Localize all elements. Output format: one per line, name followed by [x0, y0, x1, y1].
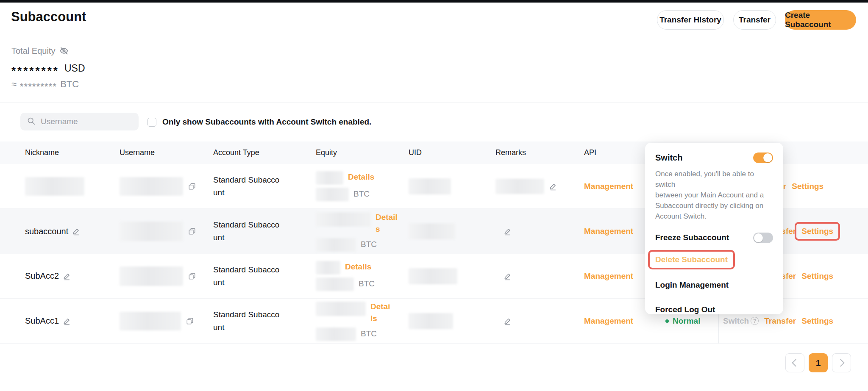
equity-cell: Details BTC [316, 211, 409, 252]
account-type-cell: Standard Subaccount [213, 263, 316, 289]
edit-icon[interactable] [549, 182, 557, 191]
equity-details-link[interactable]: Details [345, 261, 371, 273]
edit-icon[interactable] [504, 227, 512, 236]
masked-btc-value: ********* [20, 81, 57, 92]
redacted-uid [409, 268, 457, 284]
nickname-value: subaccount [25, 227, 68, 236]
username-cell [120, 312, 213, 330]
copy-icon[interactable] [186, 317, 194, 325]
switch-description: Once enabled, you'll be able to switch b… [655, 169, 773, 222]
remarks-cell [495, 227, 584, 236]
switch-link-label: Switch [723, 316, 749, 326]
settings-link[interactable]: Settings [801, 316, 833, 326]
settings-popup: Switch Once enabled, you'll be able to s… [645, 143, 783, 314]
nickname-value: SubAcc1 [25, 316, 59, 326]
switch-filter: Only show Subaccounts with Account Switc… [147, 117, 371, 127]
btc-unit-label: BTC [359, 277, 375, 290]
question-circle-icon[interactable] [751, 317, 759, 325]
col-header-remarks: Remarks [495, 148, 584, 157]
btc-unit-label: BTC [353, 188, 370, 200]
equity-cell: Details BTC [316, 171, 409, 201]
copy-icon[interactable] [188, 272, 196, 280]
uid-cell [409, 178, 495, 194]
redacted-username [120, 266, 183, 286]
edit-icon[interactable] [63, 272, 71, 280]
popup-switch-label: Switch [655, 153, 682, 163]
transfer-button[interactable]: Transfer [733, 10, 776, 30]
equity-cell: Details BTC [316, 301, 409, 341]
equity-cell: Details BTC [316, 261, 409, 291]
settings-link[interactable]: Settings [801, 227, 833, 236]
search-input[interactable] [40, 116, 126, 127]
edit-icon[interactable] [504, 272, 512, 280]
status-dot [665, 319, 669, 323]
prev-page-button[interactable] [785, 353, 804, 372]
pagination: 1 [785, 353, 851, 372]
equity-details-link[interactable]: Details [370, 301, 392, 324]
equity-details-link[interactable]: Details [348, 171, 374, 183]
switch-link[interactable]: Switch [723, 316, 759, 326]
remarks-cell [495, 317, 584, 325]
eye-off-icon[interactable] [59, 46, 69, 56]
masked-usd-value: ******** [11, 64, 59, 78]
create-subaccount-button[interactable]: Create Subaccount [785, 10, 856, 30]
redacted-equity-btc [316, 238, 356, 252]
username-cell [120, 266, 213, 286]
nickname-cell [25, 177, 120, 196]
redacted-equity-btc [316, 327, 356, 341]
chevron-left-icon [792, 359, 799, 366]
account-type-cell: Standard Subaccount [213, 308, 316, 334]
settings-link[interactable]: Settings [801, 272, 833, 281]
copy-icon[interactable] [188, 183, 196, 190]
account-type-value: Standard Subaccount [213, 263, 282, 289]
login-management-item[interactable]: Login Management [655, 280, 773, 290]
copy-icon[interactable] [188, 227, 196, 235]
redacted-equity [316, 171, 343, 185]
switch-description-line: Subaccount directly by clicking on [655, 200, 773, 211]
total-equity-usd: ******** USD [11, 62, 85, 75]
next-page-button[interactable] [832, 353, 851, 372]
forced-log-out-item[interactable]: Forced Log Out [655, 305, 773, 314]
total-equity-label: Total Equity [11, 46, 55, 56]
switch-toggle[interactable] [753, 153, 773, 163]
remarks-cell [495, 179, 584, 194]
redacted-nickname [25, 177, 84, 196]
transfer-link[interactable]: Transfer [764, 316, 796, 326]
redacted-username [120, 222, 183, 241]
switch-filter-label: Only show Subaccounts with Account Switc… [162, 117, 371, 127]
account-type-value: Standard Subaccount [213, 219, 282, 244]
page-title: Subaccount [11, 9, 86, 25]
nickname-cell: SubAcc2 [25, 271, 120, 281]
delete-subaccount-item[interactable]: Delete Subaccount [655, 255, 728, 264]
btc-unit: BTC [60, 79, 79, 90]
settings-link[interactable]: Settings [792, 182, 823, 191]
switch-description-line: between your Main Account and a [655, 190, 773, 200]
switch-filter-checkbox[interactable] [147, 118, 156, 127]
approx-symbol: ≈ [11, 79, 17, 90]
redacted-equity-btc [316, 188, 349, 201]
redacted-uid [409, 313, 453, 329]
redacted-equity [316, 261, 340, 275]
edit-icon[interactable] [63, 317, 71, 325]
subaccount-page: Subaccount Transfer History Transfer Cre… [0, 0, 868, 391]
edit-icon[interactable] [504, 317, 512, 325]
remarks-cell [495, 272, 584, 280]
redacted-username [120, 177, 183, 196]
edit-icon[interactable] [72, 227, 81, 236]
uid-cell [409, 313, 495, 329]
api-management-link[interactable]: Management [584, 182, 633, 191]
api-management-link[interactable]: Management [584, 272, 633, 281]
current-page-button[interactable]: 1 [809, 353, 828, 372]
redacted-equity [316, 212, 371, 227]
api-management-link[interactable]: Management [584, 316, 633, 326]
col-header-account-type: Account Type [213, 148, 316, 157]
redacted-equity-btc [316, 277, 354, 291]
equity-details-link[interactable]: Details [376, 211, 401, 235]
api-cell: Management [584, 316, 665, 326]
transfer-history-button[interactable]: Transfer History [657, 10, 724, 30]
freeze-toggle[interactable] [753, 233, 773, 243]
freeze-subaccount-label: Freeze Subaccount [655, 233, 729, 242]
col-header-equity: Equity [316, 148, 409, 157]
api-management-link[interactable]: Management [584, 227, 633, 236]
switch-description-line: Account Switch. [655, 211, 773, 222]
